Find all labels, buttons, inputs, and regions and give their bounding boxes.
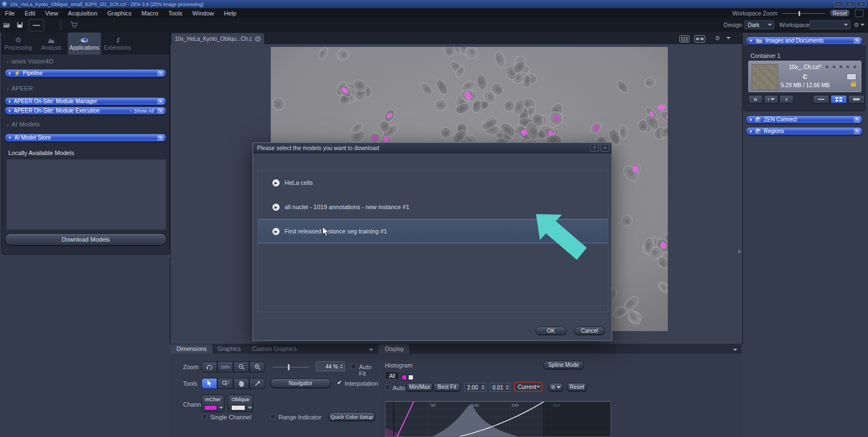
- ai-model-store-bar[interactable]: AI Model Store ✎: [4, 134, 167, 142]
- model-item-hela-cells[interactable]: ▶ HeLa cells: [258, 170, 608, 195]
- close-document-icon[interactable]: ×: [255, 36, 261, 42]
- min-max-button[interactable]: Min/Max: [406, 383, 433, 391]
- viewer-settings-gear-button[interactable]: ⚙: [712, 33, 723, 43]
- document-tab[interactable]: 10x_HeLa_Kyoto_Obliqu...Ch.czi* ×: [172, 33, 264, 44]
- quick-color-setup-button[interactable]: Quick Color Setup: [328, 412, 376, 421]
- view-list-button[interactable]: [813, 95, 829, 104]
- pipeline-bar[interactable]: ⚡ Pipeline ✎: [4, 69, 167, 77]
- save-file-button[interactable]: [14, 20, 25, 30]
- rename-button[interactable]: N: [748, 95, 763, 104]
- menu-item-file[interactable]: File: [0, 10, 20, 17]
- zoom-in-button[interactable]: [249, 361, 265, 372]
- navigator-button[interactable]: Navigator: [270, 379, 331, 388]
- open-file-button[interactable]: [1, 20, 12, 30]
- models-list-box[interactable]: [6, 159, 167, 230]
- menu-item-acquisition[interactable]: Acquisition: [63, 10, 102, 17]
- gamma-spinner[interactable]: [481, 385, 486, 390]
- workspace-zoom-slider[interactable]: [782, 10, 825, 16]
- interpolation-checkmark[interactable]: ✔: [337, 379, 342, 386]
- zoom-fit-button[interactable]: [201, 361, 217, 372]
- close-button[interactable]: ×: [856, 1, 866, 7]
- channel-swatch-white[interactable]: [408, 375, 414, 380]
- current-select[interactable]: Current: [514, 382, 543, 392]
- ok-button[interactable]: OK: [535, 327, 566, 335]
- workspace-settings-gear-button[interactable]: ⚙: [854, 20, 865, 30]
- delete-button[interactable]: ✕: [779, 95, 794, 104]
- download-models-button[interactable]: Download Models: [5, 233, 167, 246]
- single-channel-checkbox[interactable]: [202, 414, 207, 419]
- low-value-input[interactable]: 0.01: [490, 383, 511, 392]
- channel-swatch-magenta[interactable]: [401, 375, 407, 380]
- workspace-select[interactable]: [810, 20, 850, 29]
- display-settings-button[interactable]: ⚙: [549, 383, 563, 391]
- edit-pencil-icon[interactable]: ✎: [157, 99, 164, 104]
- channel-mcher-button[interactable]: mCher: [201, 395, 224, 412]
- menu-item-tools[interactable]: Tools: [163, 10, 187, 17]
- tool-zoom-region-button[interactable]: [217, 378, 233, 389]
- view-grid-button[interactable]: [831, 95, 847, 104]
- images-documents-bar[interactable]: Images and Documents ✎: [746, 36, 863, 45]
- all-channels-button[interactable]: All: [385, 371, 399, 380]
- tab-dimensions[interactable]: Dimensions: [171, 344, 212, 354]
- channel-oblique-chevron[interactable]: [248, 407, 252, 409]
- tab-extensions[interactable]: Extensions: [101, 33, 134, 55]
- shopping-cart-button[interactable]: [68, 20, 79, 30]
- auto-fit-checkbox[interactable]: [351, 364, 356, 369]
- viewer-menu-chevron[interactable]: [726, 37, 731, 39]
- workspace-dock-icon[interactable]: [855, 9, 864, 17]
- panel-collapse-chevron[interactable]: [369, 349, 373, 351]
- edit-pencil-icon[interactable]: ✎: [854, 117, 860, 122]
- tab-display[interactable]: Display: [379, 344, 409, 354]
- channel-mcher-chevron[interactable]: [219, 407, 223, 409]
- expand-play-icon[interactable]: ▶: [272, 228, 280, 235]
- workspace-zoom-slider-thumb[interactable]: [799, 11, 800, 16]
- zoom-out-button[interactable]: [233, 361, 249, 372]
- zoom-value-input[interactable]: 44 %: [316, 361, 345, 371]
- expand-play-icon[interactable]: ▶: [272, 204, 280, 211]
- zoom-100-button[interactable]: 100%: [217, 361, 233, 372]
- zoom-slider[interactable]: [272, 364, 309, 370]
- edit-pencil-icon[interactable]: ✎: [157, 108, 164, 114]
- menu-item-edit[interactable]: Edit: [20, 10, 40, 17]
- show-all-link[interactable]: Show All: [134, 108, 154, 114]
- low-value-spinner[interactable]: [506, 385, 510, 390]
- layout-split-button[interactable]: [694, 34, 705, 44]
- menu-item-macro[interactable]: Macro: [137, 10, 164, 17]
- zoom-slider-thumb[interactable]: [288, 364, 290, 370]
- edit-pencil-icon[interactable]: ✎: [157, 135, 164, 141]
- workspace-zoom-reset-button[interactable]: Reset: [829, 9, 850, 17]
- range-indicator-checkbox[interactable]: [270, 414, 276, 419]
- display-collapse-chevron[interactable]: [733, 349, 737, 351]
- restore-button[interactable]: ▢: [845, 1, 855, 7]
- dialog-close-button[interactable]: ×: [601, 144, 609, 152]
- zen-connect-bar[interactable]: ZEN Connect ✎: [746, 115, 863, 124]
- dialog-help-button[interactable]: ?: [590, 144, 599, 152]
- annotate-button[interactable]: T: [764, 95, 778, 104]
- tool-pan-button[interactable]: [233, 378, 249, 389]
- best-fit-button[interactable]: Best Fit: [433, 383, 460, 391]
- edit-pencil-icon[interactable]: ✎: [854, 129, 860, 134]
- view-details-button[interactable]: [848, 95, 865, 104]
- image-item-card[interactable]: 10x_..Ch.czi* ★ ★ ★ ★ ★ C 5.29 MB / 12.6…: [748, 61, 861, 92]
- menu-item-help[interactable]: Help: [219, 10, 242, 17]
- right-panel-collapse-handle[interactable]: [738, 249, 741, 254]
- display-reset-button[interactable]: Reset: [567, 383, 587, 391]
- cancel-button[interactable]: Cancel: [574, 327, 605, 335]
- tab-custom-graphics[interactable]: Custom Graphics: [247, 344, 302, 354]
- module-execution-bar[interactable]: APEER On-Site: Module Execution ▪ Show A…: [4, 106, 167, 115]
- regions-bar[interactable]: Regions ✎: [746, 127, 863, 135]
- dialog-title-bar[interactable]: Please select the models you want to dow…: [253, 143, 612, 153]
- minimize-button[interactable]: ―: [834, 1, 844, 7]
- expand-play-icon[interactable]: ▶: [272, 179, 280, 186]
- gamma-input[interactable]: 2.00: [464, 383, 486, 392]
- tab-graphics[interactable]: Graphics: [212, 344, 247, 354]
- zoom-value-spinner[interactable]: [340, 364, 344, 369]
- menu-item-window[interactable]: Window: [187, 10, 219, 17]
- design-select[interactable]: Dark: [744, 20, 774, 29]
- edit-pencil-icon[interactable]: ✎: [854, 38, 860, 44]
- tab-processing[interactable]: ⚙ Processing: [2, 33, 35, 55]
- module-manager-bar[interactable]: APEER On-Site: Module Manager ✎: [4, 97, 167, 105]
- tab-analysis[interactable]: Analysis: [35, 33, 68, 55]
- preview-toggle-icon[interactable]: [846, 73, 856, 80]
- tab-applications[interactable]: Applications: [68, 33, 101, 55]
